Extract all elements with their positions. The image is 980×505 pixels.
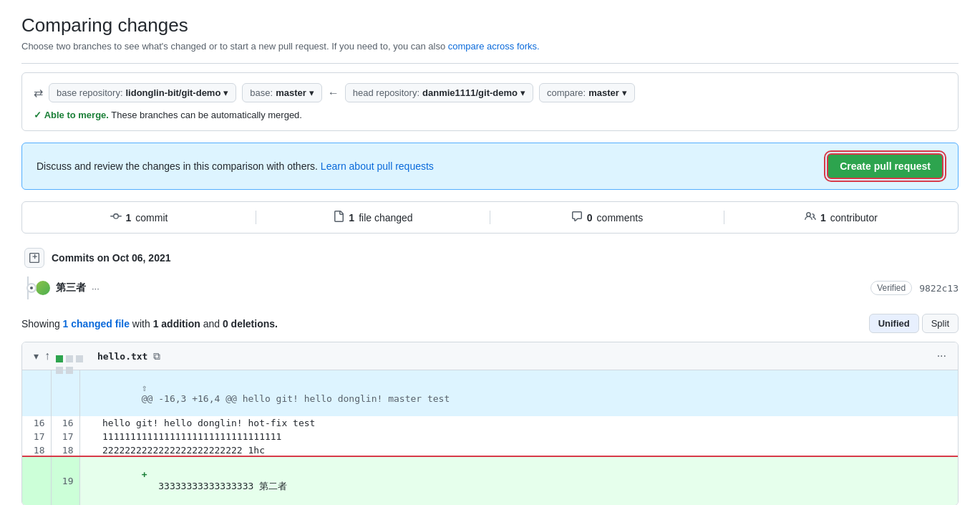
file-name: hello.txt bbox=[97, 351, 147, 362]
commit-timeline-dot bbox=[26, 283, 37, 293]
commits-header-icon bbox=[24, 248, 44, 268]
unified-view-button[interactable]: Unified bbox=[869, 314, 919, 333]
up-arrow-icon: ↑ bbox=[44, 350, 50, 362]
file-expand-button[interactable]: ▾ bbox=[34, 350, 39, 362]
create-pull-request-button[interactable]: Create pull request bbox=[827, 153, 943, 179]
base-repo-chevron-icon: ▾ bbox=[223, 87, 228, 98]
comment-icon bbox=[571, 211, 583, 224]
expand-up-icon: ⇧ bbox=[142, 383, 147, 393]
changed-files-summary: Showing 1 changed file with 1 addition a… bbox=[21, 318, 278, 330]
merge-status: ✓ Able to merge. These branches can be a… bbox=[34, 110, 946, 120]
arrow-icon: ← bbox=[328, 87, 339, 100]
commit-more-button[interactable]: ··· bbox=[92, 283, 100, 294]
base-repo-dropdown[interactable]: base repository: lidonglin-bit/git-demo … bbox=[49, 83, 236, 102]
stat-commits[interactable]: 1 commit bbox=[22, 211, 256, 224]
view-toggle: Unified Split bbox=[869, 314, 959, 333]
info-box-text: Discuss and review the changes in this c… bbox=[37, 160, 434, 172]
commits-section-header: Commits on Oct 06, 2021 bbox=[21, 248, 959, 268]
commit-author: 第三者 bbox=[56, 282, 86, 294]
commit-icon bbox=[110, 211, 122, 224]
page-subtitle: Choose two branches to see what's change… bbox=[21, 41, 959, 52]
stat-contributors[interactable]: 1 contributor bbox=[724, 211, 958, 224]
split-view-button[interactable]: Split bbox=[922, 314, 959, 333]
head-repo-chevron-icon: ▾ bbox=[520, 87, 525, 98]
branch-row: ⇄ base repository: lidonglin-bit/git-dem… bbox=[34, 83, 946, 102]
diff-hunk-header: ⇧ @@ -16,3 +16,4 @@ hello git! hello don… bbox=[22, 370, 958, 416]
file-additions-indicator bbox=[56, 352, 92, 360]
commits-timeline: 第三者 ··· Verified 9822c13 bbox=[21, 276, 959, 299]
stat-comments[interactable]: 0 comments bbox=[490, 211, 724, 224]
branch-selector-box: ⇄ base repository: lidonglin-bit/git-dem… bbox=[21, 72, 959, 131]
file-diff-header: ▾ ↑ hello.txt ⧉ ··· bbox=[22, 342, 958, 370]
verified-badge: Verified bbox=[870, 281, 912, 295]
head-repo-dropdown[interactable]: head repository: danmie1111/git-demo ▾ bbox=[345, 83, 533, 102]
diff-line-context: 17 17 11111111111111111111111111111111 bbox=[22, 430, 958, 443]
stat-files[interactable]: 1 file changed bbox=[256, 211, 490, 224]
compare-branch-chevron-icon: ▾ bbox=[622, 87, 627, 98]
changed-files-header: Showing 1 changed file with 1 addition a… bbox=[21, 314, 959, 333]
diff-line-context: 16 16 hello git! hello donglin! hot-fix … bbox=[22, 416, 958, 430]
base-branch-chevron-icon: ▾ bbox=[309, 87, 314, 98]
diff-line-context: 18 18 2222222222222222222222222 1hc bbox=[22, 443, 958, 457]
file-menu-button[interactable]: ··· bbox=[937, 350, 946, 362]
page-title: Comparing changes bbox=[21, 14, 959, 37]
file-diff: ▾ ↑ hello.txt ⧉ ··· ⇧ @@ -16,3 +16,4 @@ … bbox=[21, 342, 959, 505]
stats-row: 1 commit 1 file changed 0 comments 1 con… bbox=[21, 201, 959, 234]
avatar bbox=[36, 281, 50, 295]
file-icon bbox=[333, 211, 344, 224]
divider-1 bbox=[21, 63, 959, 64]
commit-hash[interactable]: 9822c13 bbox=[919, 283, 959, 294]
compare-branch-dropdown[interactable]: compare: master ▾ bbox=[539, 83, 635, 102]
base-branch-dropdown[interactable]: base: master ▾ bbox=[242, 83, 321, 102]
commit-item: 第三者 ··· Verified 9822c13 bbox=[36, 276, 959, 299]
compare-forks-link[interactable]: compare across forks. bbox=[448, 41, 540, 52]
sync-icon: ⇄ bbox=[34, 86, 43, 100]
diff-line-added: 19 + 33333333333333333 第二者 bbox=[22, 457, 958, 505]
contributor-icon bbox=[805, 211, 816, 224]
learn-pull-requests-link[interactable]: Learn about pull requests bbox=[321, 160, 434, 172]
changed-file-link[interactable]: 1 changed file bbox=[63, 318, 130, 330]
diff-table: ⇧ @@ -16,3 +16,4 @@ hello git! hello don… bbox=[22, 370, 958, 505]
info-box: Discuss and review the changes in this c… bbox=[21, 143, 959, 190]
commit-meta: Verified 9822c13 bbox=[870, 281, 959, 295]
copy-filename-button[interactable]: ⧉ bbox=[153, 350, 160, 362]
